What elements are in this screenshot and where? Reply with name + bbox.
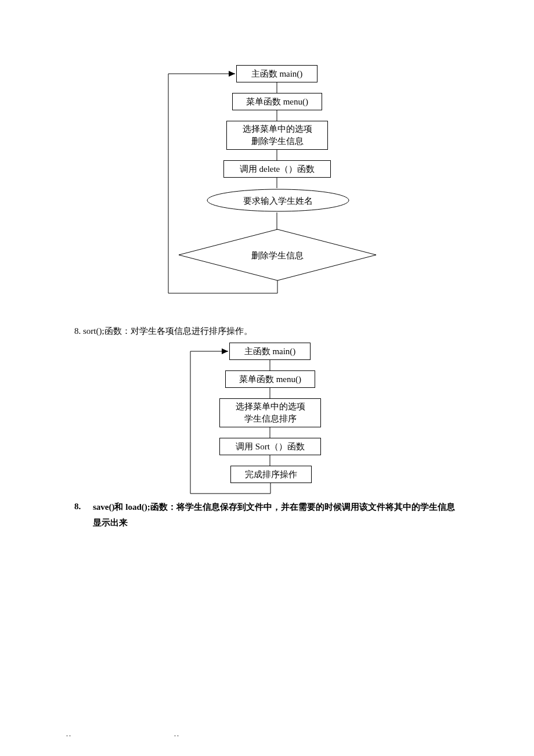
section-save-load-body: save()和 load();函数：将学生信息保存到文件中，并在需要的时候调用该… xyxy=(93,499,459,531)
footer-dots-left: .. xyxy=(66,730,72,739)
section2-text-label: save()和 load();函数：将学生信息保存到文件中，并在需要的时候调用该… xyxy=(93,502,455,527)
section-sort-text: 8. sort();函数：对学生各项信息进行排序操作。 xyxy=(74,324,252,338)
section-sort-label: 8. sort();函数：对学生各项信息进行排序操作。 xyxy=(74,326,252,336)
svg-marker-12 xyxy=(222,348,228,354)
flow1-loop xyxy=(168,70,284,296)
footer2-label: .. xyxy=(174,730,180,738)
document-page: 主函数 main() 菜单函数 menu() 选择菜单中的选项 删除学生信息 调… xyxy=(0,0,534,756)
svg-marker-7 xyxy=(229,71,235,77)
section2-num-label: 8. xyxy=(74,502,81,511)
section-save-load-num: 8. xyxy=(74,499,81,513)
flow2-loop xyxy=(190,347,277,498)
footer-dots-right: .. xyxy=(174,730,180,739)
footer1-label: .. xyxy=(66,730,72,738)
